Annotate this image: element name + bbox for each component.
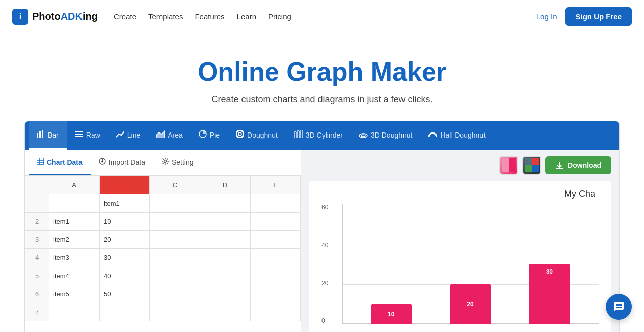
table-row: 7 xyxy=(25,303,301,321)
svg-rect-10 xyxy=(294,132,296,138)
cell-7b[interactable] xyxy=(100,303,150,321)
bar-group-3: 30 xyxy=(529,264,570,324)
cell-5a[interactable]: item4 xyxy=(49,267,100,285)
svg-point-13 xyxy=(359,134,367,138)
color-swatch-pink[interactable] xyxy=(499,156,518,175)
table-row: 3 item2 20 xyxy=(25,231,301,249)
row-num-2: 2 xyxy=(25,213,49,231)
nav-item-pricing[interactable]: Pricing xyxy=(268,12,291,21)
y-label-40: 40 xyxy=(321,242,328,249)
cell-5b[interactable]: 40 xyxy=(100,267,150,285)
svg-rect-11 xyxy=(297,131,299,138)
data-tabs: Chart Data Import Data Setting xyxy=(25,150,301,176)
chat-bubble[interactable] xyxy=(606,294,632,320)
cell-1d[interactable] xyxy=(200,194,251,213)
bars-container: 10 20 30 xyxy=(342,204,599,324)
svg-rect-1 xyxy=(39,131,41,138)
cell-7a[interactable] xyxy=(49,303,100,321)
tab-setting[interactable]: Setting xyxy=(153,150,202,175)
logo[interactable]: i PhotoADKing xyxy=(12,9,98,25)
tab-import-data[interactable]: Import Data xyxy=(91,150,153,175)
bar-3: 30 xyxy=(529,264,570,324)
tab-raw[interactable]: Raw xyxy=(67,121,108,150)
cell-3d[interactable] xyxy=(200,231,251,249)
hero-section: Online Graph Maker Create custom charts … xyxy=(0,33,644,121)
tab-3d-cylinder[interactable]: 3D Cylinder xyxy=(286,121,351,150)
nav-item-create[interactable]: Create xyxy=(114,12,136,21)
cell-6c[interactable] xyxy=(150,285,200,303)
svg-rect-4 xyxy=(75,134,83,135)
cell-6d[interactable] xyxy=(200,285,251,303)
cell-5c[interactable] xyxy=(150,267,200,285)
tab-line[interactable]: Line xyxy=(108,121,148,150)
table-row: 5 item4 40 xyxy=(25,267,301,285)
chat-icon xyxy=(613,301,625,313)
3d-doughnut-icon xyxy=(359,130,368,140)
bar-value-2: 20 xyxy=(467,301,473,308)
tab-half-doughnut[interactable]: Half Doughnut xyxy=(420,121,494,150)
cell-3a[interactable]: item2 xyxy=(49,231,100,249)
cell-4e[interactable] xyxy=(251,249,301,267)
table-row: 2 item1 10 xyxy=(25,213,301,231)
cell-4d[interactable] xyxy=(200,249,251,267)
cylinder-icon xyxy=(294,130,303,140)
bar-value-3: 30 xyxy=(546,268,553,275)
col-header-d: D xyxy=(200,176,251,194)
color-swatch-dark[interactable] xyxy=(522,156,541,175)
row-num-3: 3 xyxy=(25,231,49,249)
nav-item-learn[interactable]: Learn xyxy=(237,12,256,21)
login-button[interactable]: Log In xyxy=(536,12,557,21)
half-doughnut-icon xyxy=(428,130,437,140)
y-label-0: 0 xyxy=(321,317,328,324)
download-icon xyxy=(555,161,564,169)
cell-3c[interactable] xyxy=(150,231,200,249)
cell-1e[interactable] xyxy=(251,194,301,213)
tab-doughnut[interactable]: Doughnut xyxy=(228,121,286,150)
tab-3d-doughnut[interactable]: 3D Doughnut xyxy=(351,121,421,150)
tab-chart-data[interactable]: Chart Data xyxy=(29,150,91,175)
cell-6b[interactable]: 50 xyxy=(100,285,150,303)
cell-5e[interactable] xyxy=(251,267,301,285)
cell-5d[interactable] xyxy=(200,267,251,285)
svg-rect-25 xyxy=(525,165,532,172)
cell-1a[interactable] xyxy=(49,194,100,213)
cell-1b[interactable]: item1 xyxy=(100,194,150,213)
cell-6e[interactable] xyxy=(251,285,301,303)
cell-4a[interactable]: item3 xyxy=(49,249,100,267)
download-button[interactable]: Download xyxy=(545,156,611,174)
cell-4c[interactable] xyxy=(150,249,200,267)
cell-3b[interactable]: 20 xyxy=(100,231,150,249)
svg-rect-26 xyxy=(532,165,539,172)
tab-pie[interactable]: Pie xyxy=(191,121,228,150)
raw-icon xyxy=(75,130,83,140)
bar-chart-icon xyxy=(37,130,45,140)
signup-button[interactable]: Sign Up Free xyxy=(565,7,632,26)
cell-1c[interactable] xyxy=(150,194,200,213)
svg-point-8 xyxy=(236,130,244,138)
cell-2b[interactable]: 10 xyxy=(100,213,150,231)
svg-point-20 xyxy=(164,160,166,163)
cell-4b[interactable]: 30 xyxy=(100,249,150,267)
cell-7d[interactable] xyxy=(200,303,251,321)
logo-text: PhotoADKing xyxy=(32,11,98,22)
row-num-6: 6 xyxy=(25,285,49,303)
hero-subtitle: Create custom charts and diagrams in jus… xyxy=(10,94,634,105)
svg-rect-15 xyxy=(37,158,44,165)
spreadsheet: A C D E item1 xyxy=(25,176,301,321)
cell-6a[interactable]: item5 xyxy=(49,285,100,303)
chart-tabs: Bar Raw Line Area Pie xyxy=(25,121,619,150)
tab-bar[interactable]: Bar xyxy=(29,121,67,150)
tab-area[interactable]: Area xyxy=(148,121,191,150)
nav-item-features[interactable]: Features xyxy=(195,12,224,21)
col-header-b[interactable] xyxy=(100,176,150,194)
cell-2d[interactable] xyxy=(200,213,251,231)
cell-2e[interactable] xyxy=(251,213,301,231)
doughnut-icon xyxy=(236,130,244,140)
svg-point-9 xyxy=(238,132,242,136)
nav-item-templates[interactable]: Templates xyxy=(148,12,183,21)
cell-2c[interactable] xyxy=(150,213,200,231)
cell-2a[interactable]: item1 xyxy=(49,213,100,231)
cell-7e[interactable] xyxy=(251,303,301,321)
cell-7c[interactable] xyxy=(150,303,200,321)
cell-3e[interactable] xyxy=(251,231,301,249)
